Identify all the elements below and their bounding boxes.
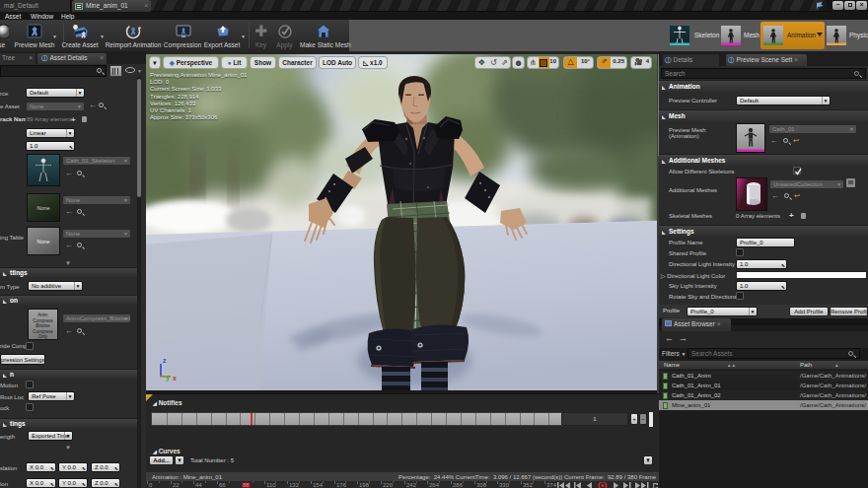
svg-text:x: x [173,375,177,382]
svg-text:y: y [166,374,170,382]
svg-text:z: z [163,357,167,364]
